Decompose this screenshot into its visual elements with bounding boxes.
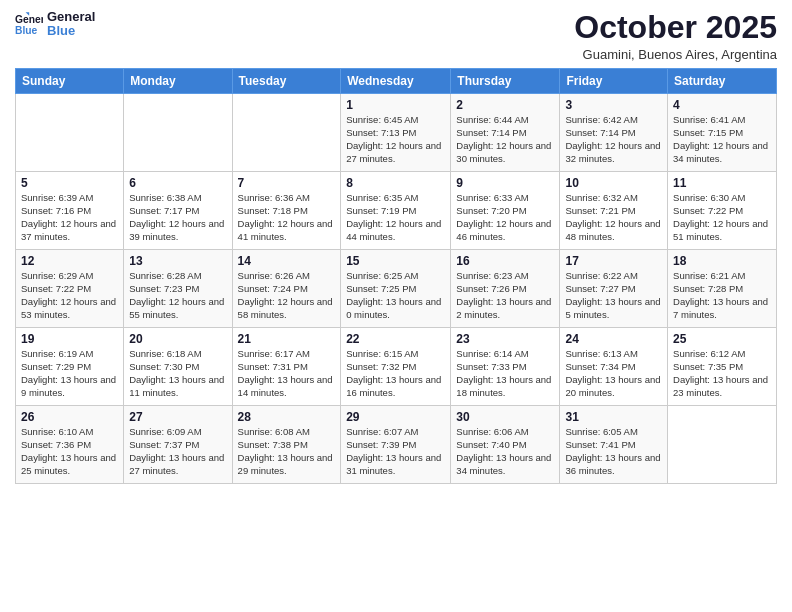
calendar-cell [16,94,124,172]
day-info: Sunrise: 6:05 AM Sunset: 7:41 PM Dayligh… [565,426,662,477]
day-number: 3 [565,98,662,112]
day-header-monday: Monday [124,69,232,94]
day-number: 19 [21,332,118,346]
calendar-cell: 20Sunrise: 6:18 AM Sunset: 7:30 PM Dayli… [124,328,232,406]
calendar-cell: 23Sunrise: 6:14 AM Sunset: 7:33 PM Dayli… [451,328,560,406]
day-info: Sunrise: 6:42 AM Sunset: 7:14 PM Dayligh… [565,114,662,165]
page: General Blue General Blue October 2025 G… [0,0,792,612]
day-number: 4 [673,98,771,112]
calendar-cell: 19Sunrise: 6:19 AM Sunset: 7:29 PM Dayli… [16,328,124,406]
calendar-cell [668,406,777,484]
calendar-cell: 4Sunrise: 6:41 AM Sunset: 7:15 PM Daylig… [668,94,777,172]
day-info: Sunrise: 6:14 AM Sunset: 7:33 PM Dayligh… [456,348,554,399]
calendar-cell: 24Sunrise: 6:13 AM Sunset: 7:34 PM Dayli… [560,328,668,406]
day-info: Sunrise: 6:45 AM Sunset: 7:13 PM Dayligh… [346,114,445,165]
calendar-week-1: 1Sunrise: 6:45 AM Sunset: 7:13 PM Daylig… [16,94,777,172]
calendar-cell: 27Sunrise: 6:09 AM Sunset: 7:37 PM Dayli… [124,406,232,484]
day-number: 27 [129,410,226,424]
day-number: 31 [565,410,662,424]
day-number: 10 [565,176,662,190]
calendar-week-3: 12Sunrise: 6:29 AM Sunset: 7:22 PM Dayli… [16,250,777,328]
day-number: 8 [346,176,445,190]
day-header-saturday: Saturday [668,69,777,94]
day-info: Sunrise: 6:35 AM Sunset: 7:19 PM Dayligh… [346,192,445,243]
calendar-week-2: 5Sunrise: 6:39 AM Sunset: 7:16 PM Daylig… [16,172,777,250]
day-header-thursday: Thursday [451,69,560,94]
calendar-cell: 2Sunrise: 6:44 AM Sunset: 7:14 PM Daylig… [451,94,560,172]
calendar-week-4: 19Sunrise: 6:19 AM Sunset: 7:29 PM Dayli… [16,328,777,406]
day-number: 16 [456,254,554,268]
day-info: Sunrise: 6:22 AM Sunset: 7:27 PM Dayligh… [565,270,662,321]
day-info: Sunrise: 6:36 AM Sunset: 7:18 PM Dayligh… [238,192,336,243]
day-number: 13 [129,254,226,268]
day-number: 20 [129,332,226,346]
calendar-cell: 6Sunrise: 6:38 AM Sunset: 7:17 PM Daylig… [124,172,232,250]
calendar-cell [232,94,341,172]
day-info: Sunrise: 6:32 AM Sunset: 7:21 PM Dayligh… [565,192,662,243]
logo-icon: General Blue [15,10,43,38]
day-header-sunday: Sunday [16,69,124,94]
calendar-header-row: SundayMondayTuesdayWednesdayThursdayFrid… [16,69,777,94]
calendar-cell: 9Sunrise: 6:33 AM Sunset: 7:20 PM Daylig… [451,172,560,250]
logo-line2: Blue [47,24,95,38]
day-info: Sunrise: 6:07 AM Sunset: 7:39 PM Dayligh… [346,426,445,477]
day-header-tuesday: Tuesday [232,69,341,94]
calendar-cell: 12Sunrise: 6:29 AM Sunset: 7:22 PM Dayli… [16,250,124,328]
calendar-cell: 11Sunrise: 6:30 AM Sunset: 7:22 PM Dayli… [668,172,777,250]
day-number: 6 [129,176,226,190]
title-block: October 2025 Guamini, Buenos Aires, Arge… [574,10,777,62]
day-number: 23 [456,332,554,346]
day-info: Sunrise: 6:09 AM Sunset: 7:37 PM Dayligh… [129,426,226,477]
svg-text:General: General [15,14,43,25]
day-number: 22 [346,332,445,346]
day-number: 15 [346,254,445,268]
day-info: Sunrise: 6:41 AM Sunset: 7:15 PM Dayligh… [673,114,771,165]
calendar-cell: 8Sunrise: 6:35 AM Sunset: 7:19 PM Daylig… [341,172,451,250]
day-number: 14 [238,254,336,268]
day-number: 7 [238,176,336,190]
calendar-cell: 30Sunrise: 6:06 AM Sunset: 7:40 PM Dayli… [451,406,560,484]
day-info: Sunrise: 6:28 AM Sunset: 7:23 PM Dayligh… [129,270,226,321]
day-info: Sunrise: 6:19 AM Sunset: 7:29 PM Dayligh… [21,348,118,399]
day-number: 21 [238,332,336,346]
location-subtitle: Guamini, Buenos Aires, Argentina [574,47,777,62]
day-number: 29 [346,410,445,424]
day-info: Sunrise: 6:17 AM Sunset: 7:31 PM Dayligh… [238,348,336,399]
day-number: 9 [456,176,554,190]
day-info: Sunrise: 6:12 AM Sunset: 7:35 PM Dayligh… [673,348,771,399]
logo-line1: General [47,10,95,24]
calendar-cell: 18Sunrise: 6:21 AM Sunset: 7:28 PM Dayli… [668,250,777,328]
day-header-wednesday: Wednesday [341,69,451,94]
calendar-cell: 5Sunrise: 6:39 AM Sunset: 7:16 PM Daylig… [16,172,124,250]
calendar-cell: 31Sunrise: 6:05 AM Sunset: 7:41 PM Dayli… [560,406,668,484]
calendar-cell: 28Sunrise: 6:08 AM Sunset: 7:38 PM Dayli… [232,406,341,484]
day-info: Sunrise: 6:21 AM Sunset: 7:28 PM Dayligh… [673,270,771,321]
calendar: SundayMondayTuesdayWednesdayThursdayFrid… [15,68,777,484]
day-info: Sunrise: 6:44 AM Sunset: 7:14 PM Dayligh… [456,114,554,165]
calendar-cell: 16Sunrise: 6:23 AM Sunset: 7:26 PM Dayli… [451,250,560,328]
day-info: Sunrise: 6:15 AM Sunset: 7:32 PM Dayligh… [346,348,445,399]
day-number: 25 [673,332,771,346]
calendar-cell: 3Sunrise: 6:42 AM Sunset: 7:14 PM Daylig… [560,94,668,172]
day-info: Sunrise: 6:38 AM Sunset: 7:17 PM Dayligh… [129,192,226,243]
calendar-cell: 13Sunrise: 6:28 AM Sunset: 7:23 PM Dayli… [124,250,232,328]
calendar-cell: 14Sunrise: 6:26 AM Sunset: 7:24 PM Dayli… [232,250,341,328]
day-number: 24 [565,332,662,346]
calendar-cell: 29Sunrise: 6:07 AM Sunset: 7:39 PM Dayli… [341,406,451,484]
day-number: 30 [456,410,554,424]
logo: General Blue General Blue [15,10,95,39]
calendar-cell: 15Sunrise: 6:25 AM Sunset: 7:25 PM Dayli… [341,250,451,328]
svg-text:Blue: Blue [15,26,38,37]
calendar-week-5: 26Sunrise: 6:10 AM Sunset: 7:36 PM Dayli… [16,406,777,484]
day-number: 18 [673,254,771,268]
calendar-cell: 17Sunrise: 6:22 AM Sunset: 7:27 PM Dayli… [560,250,668,328]
day-number: 11 [673,176,771,190]
day-info: Sunrise: 6:33 AM Sunset: 7:20 PM Dayligh… [456,192,554,243]
day-info: Sunrise: 6:06 AM Sunset: 7:40 PM Dayligh… [456,426,554,477]
day-info: Sunrise: 6:10 AM Sunset: 7:36 PM Dayligh… [21,426,118,477]
day-info: Sunrise: 6:23 AM Sunset: 7:26 PM Dayligh… [456,270,554,321]
day-info: Sunrise: 6:30 AM Sunset: 7:22 PM Dayligh… [673,192,771,243]
calendar-cell: 1Sunrise: 6:45 AM Sunset: 7:13 PM Daylig… [341,94,451,172]
day-number: 1 [346,98,445,112]
calendar-cell: 26Sunrise: 6:10 AM Sunset: 7:36 PM Dayli… [16,406,124,484]
